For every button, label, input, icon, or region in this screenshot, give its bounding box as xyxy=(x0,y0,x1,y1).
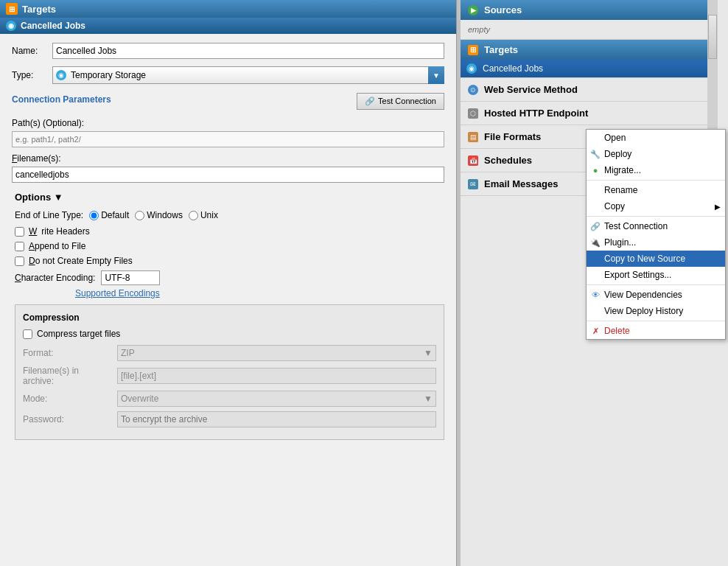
eol-row: End of Line Type: Default Windows Unix xyxy=(15,210,444,220)
file-formats-label: File Formats xyxy=(484,131,541,142)
char-encoding-label: Character Encoding: xyxy=(15,273,95,283)
ctx-open-label: Open xyxy=(604,133,626,143)
write-headers-input[interactable] xyxy=(15,227,24,237)
ctx-delete-icon: ✗ xyxy=(589,326,601,336)
ctx-copy[interactable]: Copy ▶ xyxy=(587,198,725,214)
web-service-label: Web Service Method xyxy=(484,84,578,95)
targets-title: Targets xyxy=(22,4,56,15)
type-label: Type: xyxy=(12,70,52,80)
ctx-rename[interactable]: Rename xyxy=(587,182,725,198)
test-connection-button[interactable]: 🔗 Test Connection xyxy=(357,93,444,110)
ctx-export-settings-label: Export Settings... xyxy=(604,270,671,280)
form-area: Name: Type: ◉ Temporary Storage ▼ Connec… xyxy=(0,34,456,449)
compress-mode-label: Mode: xyxy=(23,394,111,404)
ctx-test-conn-label: Test Connection xyxy=(604,221,668,231)
sources-icon: ▶ xyxy=(468,5,478,15)
eol-windows-radio[interactable]: Windows xyxy=(135,210,183,220)
ctx-view-deploy-history[interactable]: View Deploy History xyxy=(587,303,725,319)
eol-unix-radio[interactable]: Unix xyxy=(189,210,218,220)
supported-encodings-link[interactable]: Supported Encodings xyxy=(75,288,444,298)
hosted-http-item[interactable]: ⬡ Hosted HTTP Endpoint xyxy=(461,102,718,125)
compress-format-label: Format: xyxy=(23,348,111,358)
compress-checkbox[interactable]: Compress target files xyxy=(23,329,436,339)
compress-mode-select[interactable]: Overwrite ▼ xyxy=(117,391,436,407)
web-service-item[interactable]: ⊙ Web Service Method xyxy=(461,78,718,101)
type-select-arrow[interactable]: ▼ xyxy=(428,66,444,84)
type-select-icon: ◉ xyxy=(56,70,66,80)
ctx-deploy-icon: 🔧 xyxy=(589,149,601,159)
compress-format-select[interactable]: ZIP ▼ xyxy=(117,345,436,361)
ctx-sep-2 xyxy=(587,216,725,217)
compress-format-row: Format: ZIP ▼ xyxy=(23,345,436,361)
name-label: Name: xyxy=(12,46,52,56)
eol-label: End of Line Type: xyxy=(15,210,83,220)
cancelled-jobs-subtitle: Cancelled Jobs xyxy=(21,21,85,31)
eol-unix-input[interactable] xyxy=(189,211,198,220)
sources-section: ▶ Sources empty xyxy=(461,0,718,40)
name-row: Name: xyxy=(12,43,444,59)
compress-filenames-input[interactable] xyxy=(117,368,436,384)
ctx-copy-arrow: ▶ xyxy=(715,203,721,211)
append-to-file-label: Append to File xyxy=(29,241,85,251)
ctx-deploy[interactable]: 🔧 Deploy xyxy=(587,146,725,162)
compress-input[interactable] xyxy=(23,329,32,339)
schedules-label: Schedules xyxy=(484,155,532,166)
eol-default-radio[interactable]: Default xyxy=(89,210,129,220)
hosted-http-label: Hosted HTTP Endpoint xyxy=(484,108,588,119)
eol-windows-input[interactable] xyxy=(135,211,144,220)
no-empty-files-checkbox[interactable]: Do not Create Empty Files xyxy=(15,256,444,266)
type-row: Type: ◉ Temporary Storage ▼ xyxy=(12,66,444,84)
compress-format-value: ZIP xyxy=(121,348,135,358)
cancelled-jobs-item-icon: ◉ xyxy=(466,63,477,74)
sources-empty: empty xyxy=(468,24,490,35)
targets-section-icon: ⊞ xyxy=(468,45,478,55)
ctx-test-connection[interactable]: 🔗 Test Connection xyxy=(587,218,725,234)
ctx-plugin[interactable]: 🔌 Plugin... xyxy=(587,234,725,251)
eol-default-input[interactable] xyxy=(89,211,99,220)
compress-label: Compress target files xyxy=(37,329,120,339)
ctx-deploy-label: Deploy xyxy=(604,149,631,159)
sources-title: Sources xyxy=(484,4,522,15)
write-headers-checkbox[interactable]: Write Headers xyxy=(15,226,444,237)
ctx-copy-to-new-source[interactable]: Copy to New Source xyxy=(587,251,725,267)
no-empty-files-input[interactable] xyxy=(15,256,24,266)
compress-password-row: Password: xyxy=(23,411,436,427)
options-section: Options ▼ End of Line Type: Default Wind… xyxy=(12,192,444,440)
paths-input[interactable] xyxy=(12,131,444,147)
filenames-input[interactable] xyxy=(12,167,444,183)
web-service-icon: ⊙ xyxy=(468,85,478,95)
ctx-view-dependencies[interactable]: 👁 View Dependencies xyxy=(587,287,725,303)
cancelled-jobs-icon-subtitle: ◉ xyxy=(6,21,16,31)
email-messages-label: Email Messages xyxy=(484,178,558,189)
schedules-icon: 📅 xyxy=(468,156,478,166)
compress-mode-arrow: ▼ xyxy=(424,394,433,404)
conn-params-row: Connection Parameters 🔗 Test Connection xyxy=(12,91,444,111)
ctx-plugin-label: Plugin... xyxy=(604,237,636,248)
cancelled-jobs-item[interactable]: ◉ Cancelled Jobs xyxy=(461,60,718,77)
append-to-file-checkbox[interactable]: Append to File xyxy=(15,241,444,251)
ctx-migrate[interactable]: ● Migrate... xyxy=(587,162,725,178)
ctx-delete-label: Delete xyxy=(604,326,630,336)
test-conn-label: Test Connection xyxy=(378,97,436,105)
ctx-open[interactable]: Open xyxy=(587,130,725,146)
ctx-export-settings[interactable]: Export Settings... xyxy=(587,267,725,283)
ctx-sep-1 xyxy=(587,180,725,181)
compress-password-label: Password: xyxy=(23,414,111,424)
ctx-delete[interactable]: ✗ Delete xyxy=(587,323,725,339)
options-header[interactable]: Options ▼ xyxy=(15,192,444,203)
char-encoding-input[interactable] xyxy=(101,270,160,285)
name-input[interactable] xyxy=(52,43,444,59)
targets-section: ⊞ Targets ◉ Cancelled Jobs xyxy=(461,40,718,78)
compress-password-input[interactable] xyxy=(117,411,436,427)
sources-header: ▶ Sources xyxy=(461,0,718,20)
targets-section-header: ⊞ Targets xyxy=(461,40,718,60)
compress-mode-row: Mode: Overwrite ▼ xyxy=(23,391,436,407)
filenames-label: Filename(s): xyxy=(12,153,444,164)
ctx-copy-new-source-label: Copy to New Source xyxy=(604,254,685,264)
ctx-view-deps-label: View Dependencies xyxy=(604,290,682,300)
append-to-file-input[interactable] xyxy=(15,242,24,251)
eol-unix-label: Unix xyxy=(200,210,218,220)
sources-content: empty xyxy=(461,20,718,39)
test-conn-icon: 🔗 xyxy=(365,97,375,106)
type-select[interactable]: ◉ Temporary Storage xyxy=(52,66,444,84)
